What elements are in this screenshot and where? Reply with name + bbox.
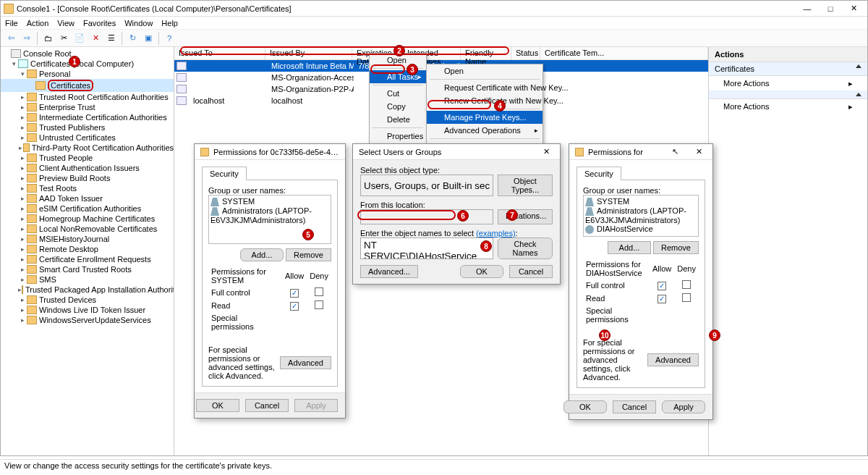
tree-item[interactable]: Local NonRemovable Certificates — [39, 224, 157, 233]
dlg2-check-names-button[interactable]: Check Names — [498, 238, 553, 259]
menu-action[interactable]: Action — [27, 19, 49, 28]
actions-more-1[interactable]: More Actions ▸ — [709, 76, 867, 91]
tree-item[interactable]: Trusted Root Certification Authorities — [39, 93, 169, 101]
dlg3-remove-button[interactable]: Remove — [653, 241, 699, 254]
actions-more-2[interactable]: More Actions ▸ — [709, 99, 867, 114]
dlg1-ok-button[interactable]: OK — [196, 399, 239, 412]
context-submenu-alltasks[interactable]: Open Request Certificate with New Key...… — [426, 64, 543, 154]
dlg2-names-input[interactable] — [360, 238, 493, 259]
tree-item[interactable]: eSIM Certification Authorities — [39, 204, 141, 213]
checkbox[interactable] — [290, 302, 299, 311]
up-icon[interactable]: 🗀 — [41, 31, 55, 46]
dlg1-remove-button[interactable]: Remove — [286, 248, 331, 261]
properties-icon[interactable]: ☰ — [104, 31, 119, 46]
tree-item[interactable]: Trusted Packaged App Installation Author… — [25, 285, 174, 294]
tree-item[interactable]: WindowsServerUpdateServices — [39, 316, 151, 324]
col-issued-by[interactable]: Issued By — [265, 47, 352, 59]
sub-open[interactable]: Open — [427, 64, 542, 77]
close-icon[interactable]: ✕ — [692, 147, 707, 156]
select-users-dialog[interactable]: Select Users or Groups✕ Select this obje… — [352, 143, 561, 285]
menu-help[interactable]: Help — [161, 19, 178, 28]
menu-view[interactable]: View — [57, 19, 75, 28]
dlg2-locations-button[interactable]: Locations... — [498, 209, 553, 224]
dlg3-add-button[interactable]: Add... — [608, 241, 651, 254]
checkbox[interactable] — [658, 282, 666, 290]
checkbox[interactable] — [682, 293, 691, 302]
dlg2-object-types-button[interactable]: Object Types... — [498, 175, 553, 196]
dlg3-ok-button[interactable]: OK — [563, 400, 607, 413]
ctx-delete[interactable]: Delete — [370, 113, 426, 126]
tree-item[interactable]: Homegroup Machine Certificates — [39, 214, 155, 223]
col-issued-to[interactable]: Issued To — [174, 47, 265, 59]
col-template[interactable]: Certificate Tem... — [540, 47, 708, 59]
menu-file[interactable]: File — [5, 19, 18, 28]
tree-certs-local[interactable]: Certificates (Local Computer) — [30, 59, 134, 68]
tree-item[interactable]: Enterprise Trust — [39, 103, 95, 112]
checkbox[interactable] — [658, 295, 666, 303]
tree-item[interactable]: Trusted People — [39, 154, 93, 162]
maximize-button[interactable]: □ — [820, 2, 841, 15]
col-friendly[interactable]: Friendly Name — [461, 47, 511, 59]
tree-item[interactable]: Preview Build Roots — [39, 174, 110, 182]
permissions-dialog-1[interactable]: Permissions for 0c733f56-de5e-4b03-a898-… — [194, 143, 346, 419]
tree-certificates[interactable]: Certificates — [48, 80, 93, 91]
actions-selected[interactable] — [709, 91, 867, 99]
checkbox[interactable] — [290, 289, 299, 298]
dlg3-apply-button[interactable]: Apply — [662, 400, 705, 413]
tree-item[interactable]: MSIEHistoryJournal — [39, 235, 109, 243]
actions-certs[interactable]: Certificates — [709, 62, 867, 76]
delete-icon[interactable]: ✕ — [88, 31, 103, 46]
dlg3-advanced-button[interactable]: Advanced — [647, 353, 699, 366]
dlg2-examples-link[interactable]: (examples) — [476, 229, 515, 238]
close-icon[interactable]: ✕ — [539, 147, 554, 156]
tree-item[interactable]: Intermediate Certification Authorities — [39, 113, 167, 122]
tree-item[interactable]: Third-Party Root Certification Authoriti… — [32, 143, 174, 152]
dlg3-tab-security[interactable]: Security — [576, 167, 621, 180]
tree-item[interactable]: Windows Live ID Token Issuer — [39, 306, 145, 314]
tree-item[interactable]: Untrusted Certificates — [39, 133, 116, 142]
sub-request[interactable]: Request Certificate with New Key... — [427, 81, 542, 94]
col-status[interactable]: Status — [511, 47, 540, 59]
tree-item[interactable]: Remote Desktop — [39, 245, 98, 253]
dlg1-advanced-button[interactable]: Advanced — [280, 356, 331, 369]
dlg3-cancel-button[interactable]: Cancel — [613, 400, 656, 413]
dlg1-add-button[interactable]: Add... — [240, 248, 284, 261]
dlg1-cancel-button[interactable]: Cancel — [245, 399, 289, 412]
tree-item[interactable]: Smart Card Trusted Roots — [39, 265, 132, 274]
export-icon[interactable]: ▣ — [141, 31, 156, 46]
close-button[interactable]: ✕ — [843, 2, 864, 15]
tree-console-root[interactable]: Console Root — [23, 49, 72, 58]
sub-manage-private-keys[interactable]: Manage Private Keys... — [427, 111, 542, 124]
dlg1-apply-button[interactable]: Apply — [294, 399, 338, 412]
ctx-cut[interactable]: Cut — [370, 87, 426, 100]
menu-favorites[interactable]: Favorites — [83, 19, 116, 28]
tree-item[interactable]: Test Roots — [39, 184, 77, 193]
tree-item[interactable]: Trusted Devices — [39, 295, 96, 304]
tree-item[interactable]: AAD Token Issuer — [39, 194, 103, 203]
refresh-icon[interactable]: ↻ — [125, 31, 140, 46]
permissions-dialog-2[interactable]: Permissions for↖✕ Security Group or user… — [569, 143, 713, 420]
help-icon[interactable]: ? — [162, 31, 176, 46]
tree-item[interactable]: Client Authentication Issuers — [39, 164, 140, 172]
sub-renew[interactable]: Renew Certificate with New Key... — [427, 94, 542, 107]
dlg1-tab-security[interactable]: Security — [202, 167, 247, 180]
menu-window[interactable]: Window — [124, 19, 153, 28]
cut-icon[interactable]: ✂ — [56, 31, 71, 46]
ctx-all-tasks[interactable]: All Tasks▸ — [370, 70, 426, 83]
dlg3-users-list[interactable]: SYSTEM Administrators (LAPTOP-E6V3JKJM\A… — [583, 195, 699, 237]
back-icon[interactable]: ⇦ — [4, 31, 18, 46]
checkbox[interactable] — [315, 287, 323, 296]
dlg2-cancel-button[interactable]: Cancel — [509, 265, 553, 278]
dlg2-ok-button[interactable]: OK — [460, 265, 503, 278]
tree-item[interactable]: Trusted Publishers — [39, 123, 105, 132]
copy-icon[interactable]: 📄 — [72, 31, 87, 46]
tree-personal[interactable]: Personal — [39, 70, 70, 78]
checkbox[interactable] — [315, 300, 323, 309]
ctx-copy[interactable]: Copy — [370, 100, 426, 113]
sub-advanced-ops[interactable]: Advanced Operations▸ — [427, 124, 542, 137]
ctx-properties[interactable]: Properties — [370, 130, 426, 143]
forward-icon[interactable]: ⇨ — [20, 31, 34, 46]
tree-item[interactable]: Certificate Enrollment Requests — [39, 255, 151, 264]
dlg2-advanced-button[interactable]: Advanced... — [360, 265, 418, 278]
tree-item[interactable]: SMS — [39, 275, 56, 284]
